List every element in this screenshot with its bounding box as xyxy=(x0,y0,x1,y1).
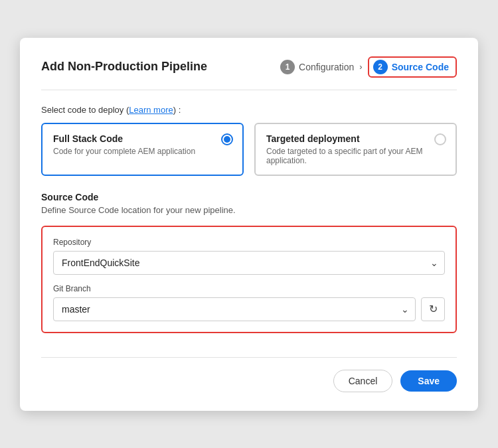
repository-field-group: Repository FrontEndQuickSite ⌄ xyxy=(53,238,445,275)
select-code-label: Select code to deploy (Learn more) : xyxy=(41,105,457,115)
modal-title: Add Non-Production Pipeline xyxy=(41,60,207,74)
targeted-desc: Code targeted to a specific part of your… xyxy=(266,147,445,165)
step-2-circle: 2 xyxy=(373,60,388,74)
targeted-option[interactable]: Targeted deployment Code targeted to a s… xyxy=(254,123,457,176)
source-code-title: Source Code xyxy=(41,192,457,202)
git-branch-label: Git Branch xyxy=(53,284,445,293)
git-branch-select-wrapper: masterdevelopmain ⌄ xyxy=(53,297,416,321)
code-options-container: Full Stack Code Code for your complete A… xyxy=(41,123,457,176)
steps-container: 1 Configuration › 2 Source Code xyxy=(280,56,457,78)
full-stack-option[interactable]: Full Stack Code Code for your complete A… xyxy=(41,123,244,176)
git-branch-field-group: Git Branch masterdevelopmain ⌄ ↻ xyxy=(53,284,445,321)
step-1-circle: 1 xyxy=(280,60,295,74)
repository-select[interactable]: FrontEndQuickSite xyxy=(53,251,445,275)
targeted-radio[interactable] xyxy=(434,133,446,145)
modal-container: Add Non-Production Pipeline 1 Configurat… xyxy=(20,38,478,411)
full-stack-radio[interactable] xyxy=(221,133,233,145)
modal-header: Add Non-Production Pipeline 1 Configurat… xyxy=(41,56,457,90)
repository-select-wrapper: FrontEndQuickSite ⌄ xyxy=(53,251,445,275)
learn-more-link[interactable]: Learn more xyxy=(129,105,173,115)
save-button[interactable]: Save xyxy=(400,370,457,392)
full-stack-title: Full Stack Code xyxy=(53,133,232,144)
git-branch-select[interactable]: masterdevelopmain xyxy=(53,297,416,321)
targeted-title: Targeted deployment xyxy=(266,133,445,144)
step-1: 1 Configuration xyxy=(280,60,354,74)
cancel-button[interactable]: Cancel xyxy=(333,370,393,392)
steps-chevron: › xyxy=(359,62,362,72)
repository-label: Repository xyxy=(53,238,445,247)
modal-footer: Cancel Save xyxy=(41,357,457,392)
fields-box: Repository FrontEndQuickSite ⌄ Git Branc… xyxy=(41,226,457,333)
step-1-label: Configuration xyxy=(299,62,354,72)
full-stack-desc: Code for your complete AEM application xyxy=(53,147,232,156)
source-code-subtitle: Define Source Code location for your new… xyxy=(41,205,457,215)
refresh-icon: ↻ xyxy=(429,303,438,315)
step-2-active-box: 2 Source Code xyxy=(368,56,457,78)
source-code-section: Source Code Define Source Code location … xyxy=(41,192,457,333)
git-branch-row: masterdevelopmain ⌄ ↻ xyxy=(53,297,445,321)
step-2-label: Source Code xyxy=(392,62,449,72)
refresh-button[interactable]: ↻ xyxy=(421,297,445,321)
